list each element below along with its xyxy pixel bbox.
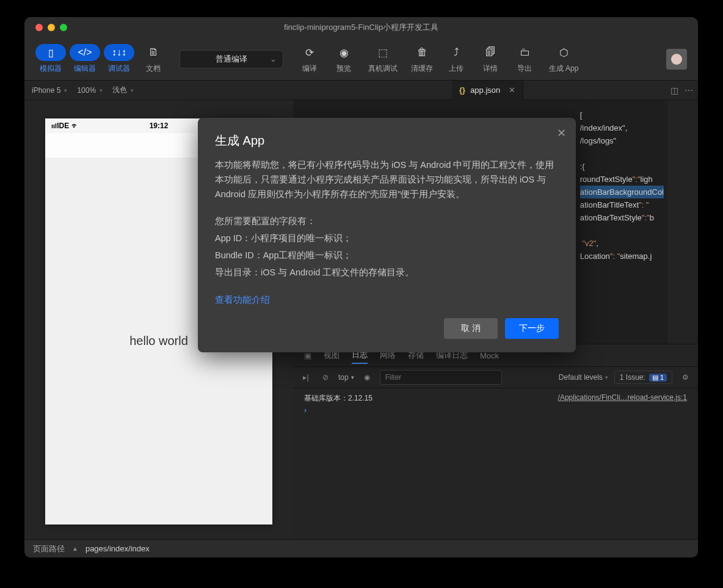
modal-field-appid: App ID：小程序项目的唯一标识； [215,231,559,245]
modal-title: 生成 App [215,132,559,149]
modal-field-exportdir: 导出目录：iOS 与 Android 工程文件的存储目录。 [215,265,559,280]
modal-fields-intro: 您所需要配置的字段有： [215,214,559,228]
cancel-button[interactable]: 取 消 [444,318,498,339]
app-window: finclip-miniprogram5-FinClip小程序开发工具 ▯ 模拟… [24,17,698,557]
modal-close-icon[interactable]: ✕ [557,126,566,140]
modal-field-bundleid: Bundle ID：App工程的唯一标识； [215,248,559,263]
generate-app-modal: ✕ 生成 App 本功能将帮助您，将已有小程序代码导出为 iOS 与 Andro… [198,118,576,352]
next-button[interactable]: 下一步 [505,318,559,339]
modal-link[interactable]: 查看功能介绍 [215,294,270,306]
modal-desc: 本功能将帮助您，将已有小程序代码导出为 iOS 与 Android 中可用的工程… [215,158,559,201]
